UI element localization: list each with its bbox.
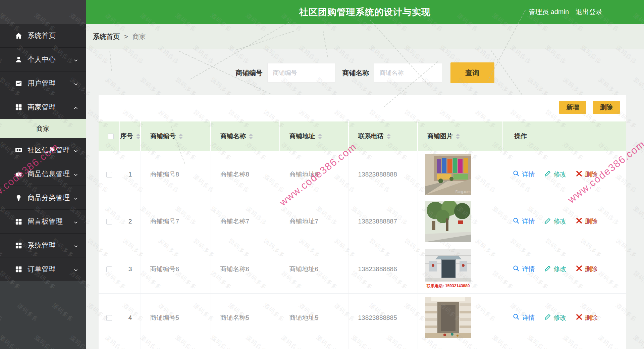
- pencil-icon: [544, 265, 551, 274]
- cell-phone: 13823888886: [348, 245, 418, 293]
- sidebar-item-label: 社区信息管理: [28, 145, 70, 155]
- edit-link[interactable]: 修改: [544, 313, 567, 322]
- delete-link[interactable]: 删除: [576, 170, 598, 179]
- cell-address: 商铺地址6: [280, 245, 348, 293]
- magnifier-icon: [513, 170, 520, 179]
- column-label: 序号: [120, 133, 133, 140]
- sidebar-logo-block: [0, 0, 86, 24]
- column-header-actions: 操作: [503, 121, 626, 151]
- chevron-down-icon: [73, 195, 78, 200]
- sidebar-item-messageboard[interactable]: 留言板管理: [0, 210, 86, 234]
- cell-address: 商铺地址8: [280, 151, 348, 198]
- column-label: 商铺图片: [427, 133, 453, 140]
- cell-phone: 13823888885: [348, 293, 418, 342]
- logged-in-user: 管理员 admin: [529, 7, 569, 16]
- detail-link[interactable]: 详情: [513, 170, 535, 179]
- table-row: 4商铺编号5商铺名称5商铺地址513823888885详情修改删除: [99, 293, 626, 342]
- row-checkbox[interactable]: [106, 172, 112, 178]
- shop-photo[interactable]: Fang.com: [425, 154, 471, 195]
- sidebar-item-label: 系统管理: [28, 241, 56, 250]
- breadcrumb-current: 商家: [132, 32, 146, 41]
- query-button[interactable]: 查询: [450, 62, 494, 83]
- delete-button[interactable]: 删除: [593, 101, 620, 114]
- column-header-shop_no[interactable]: 商铺编号: [141, 121, 211, 151]
- row-actions: 详情修改删除: [513, 217, 626, 226]
- cell-index: 1: [120, 151, 141, 198]
- svg-text:联系电话: 15932143880: 联系电话: 15932143880: [426, 284, 470, 288]
- select-all-checkbox[interactable]: [108, 134, 114, 139]
- detail-link[interactable]: 详情: [513, 265, 535, 274]
- column-header-checkbox[interactable]: [99, 121, 120, 151]
- sort-carets-icon[interactable]: [318, 134, 322, 139]
- chart-icon: [15, 80, 22, 87]
- delete-link[interactable]: 删除: [576, 265, 598, 273]
- column-header-index[interactable]: 序号: [120, 121, 141, 151]
- magnifier-icon: [513, 265, 520, 274]
- sidebar-item-label: 商家管理: [28, 102, 56, 112]
- edit-link[interactable]: 修改: [544, 217, 567, 226]
- shop-photo[interactable]: [425, 297, 471, 338]
- shop-name-input[interactable]: [374, 63, 442, 83]
- detail-link[interactable]: 详情: [513, 313, 535, 322]
- table-row: 2商铺编号7商铺名称7商铺地址713823888887详情修改删除: [99, 198, 626, 245]
- sidebar-item-label: 订单管理: [28, 264, 56, 274]
- delete-link[interactable]: 删除: [576, 217, 598, 226]
- sidebar-subitem-merchant[interactable]: 商家: [0, 119, 86, 138]
- table-row: 1商铺编号8商铺名称8商铺地址813823888888Fang.com详情修改删…: [99, 151, 626, 198]
- detail-link[interactable]: 详情: [513, 217, 535, 226]
- row-actions: 详情修改删除: [513, 265, 626, 274]
- sidebar-item-community[interactable]: 社区信息管理: [0, 138, 86, 162]
- sidebar-item-system[interactable]: 系统管理: [0, 234, 86, 257]
- add-button[interactable]: 新增: [559, 101, 586, 114]
- delete-link[interactable]: 删除: [576, 313, 598, 322]
- sidebar-item-label: 个人中心: [28, 55, 56, 64]
- column-header-photo[interactable]: 商铺图片: [418, 121, 503, 151]
- magnifier-icon: [513, 217, 520, 226]
- table-toolbar: 新增 删除: [99, 95, 626, 121]
- cell-shop-name: 商铺名称6: [211, 245, 280, 293]
- sidebar-item-home[interactable]: 系统首页: [0, 24, 86, 48]
- column-label: 商铺编号: [150, 133, 176, 140]
- sort-carets-icon[interactable]: [136, 134, 140, 139]
- sidebar-item-profile[interactable]: 个人中心: [0, 48, 86, 71]
- sidebar: 系统首页个人中心用户管理商家管理商家社区信息管理商品信息管理商品分类管理留言板管…: [0, 0, 86, 349]
- shops-table: 序号商铺编号商铺名称商铺地址联系电话商铺图片操作 1商铺编号8商铺名称8商铺地址…: [99, 121, 626, 349]
- bulb-icon: [15, 194, 22, 202]
- cell-phone: 13823888884: [348, 342, 418, 349]
- shop-no-input[interactable]: [267, 63, 335, 83]
- sort-carets-icon[interactable]: [179, 134, 183, 139]
- cell-index: 2: [120, 198, 141, 245]
- shop-photo[interactable]: [425, 201, 471, 242]
- logout-link[interactable]: 退出登录: [576, 7, 602, 16]
- row-checkbox[interactable]: [106, 219, 112, 225]
- sidebar-item-label: 留言板管理: [28, 217, 63, 226]
- top-header: 社区团购管理系统的设计与实现 管理员 admin 退出登录: [86, 0, 644, 24]
- cell-shop-name: 商铺名称4: [211, 342, 280, 349]
- sidebar-item-users[interactable]: 用户管理: [0, 71, 86, 95]
- cell-shop-no: 商铺编号5: [141, 293, 211, 342]
- column-header-shop_name[interactable]: 商铺名称: [211, 121, 280, 151]
- ticket-icon: [15, 146, 22, 154]
- sort-carets-icon[interactable]: [249, 134, 253, 139]
- pencil-icon: [544, 217, 551, 226]
- edit-link[interactable]: 修改: [544, 170, 567, 179]
- chevron-up-icon: [73, 104, 78, 110]
- row-checkbox[interactable]: [106, 315, 112, 321]
- sidebar-item-orders[interactable]: 订单管理: [0, 257, 86, 281]
- table-row: 3商铺编号6商铺名称6商铺地址613823888886联系电话: 1593214…: [99, 245, 626, 293]
- breadcrumb-home[interactable]: 系统首页: [93, 32, 120, 41]
- sort-carets-icon[interactable]: [456, 134, 460, 139]
- chevron-down-icon: [73, 243, 78, 248]
- chevron-down-icon: [73, 147, 78, 153]
- column-header-address[interactable]: 商铺地址: [280, 121, 348, 151]
- sidebar-item-categories[interactable]: 商品分类管理: [0, 186, 86, 210]
- row-checkbox[interactable]: [106, 266, 112, 272]
- sort-carets-icon[interactable]: [387, 134, 391, 139]
- sidebar-item-products[interactable]: 商品信息管理: [0, 162, 86, 186]
- cell-shop-name: 商铺名称7: [211, 198, 280, 245]
- grid-icon: [15, 242, 22, 249]
- column-header-phone[interactable]: 联系电话: [348, 121, 418, 151]
- edit-link[interactable]: 修改: [544, 265, 567, 274]
- shop-photo[interactable]: 联系电话: 15932143880: [425, 249, 471, 290]
- sidebar-item-merchants[interactable]: 商家管理: [0, 95, 86, 119]
